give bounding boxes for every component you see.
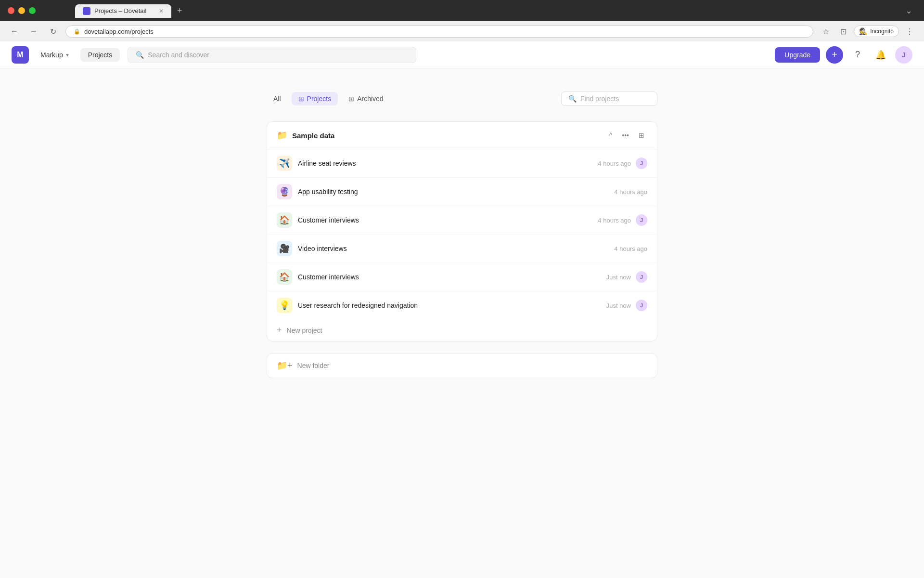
workspace-chevron-icon: ▾: [66, 52, 69, 58]
window-controls-icon: ⌄: [905, 5, 916, 16]
project-list: ✈️ Airline seat reviews 4 hours ago J 🔮 …: [267, 149, 657, 319]
maximize-traffic-light[interactable]: [29, 7, 36, 14]
workspace-avatar: M: [12, 46, 29, 64]
folder-collapse-button[interactable]: ^: [606, 130, 616, 141]
project-time: 4 hours ago: [598, 217, 631, 224]
project-row[interactable]: ✈️ Airline seat reviews 4 hours ago J: [267, 149, 657, 178]
tab-favicon-icon: [83, 7, 90, 15]
new-project-row[interactable]: + New project: [267, 319, 657, 341]
folder-actions: ^ ••• ⊞: [606, 130, 647, 141]
notifications-button[interactable]: 🔔: [872, 46, 889, 64]
incognito-badge: 🕵 Incognito: [854, 26, 899, 37]
upgrade-button[interactable]: Upgrade: [775, 47, 820, 63]
forward-button[interactable]: →: [27, 25, 40, 38]
new-project-label: New project: [287, 327, 322, 334]
project-time: Just now: [606, 274, 631, 281]
project-name: Video interviews: [298, 245, 347, 252]
project-meta: Just now J: [606, 300, 647, 311]
tab-close-icon[interactable]: ✕: [159, 8, 164, 14]
close-traffic-light[interactable]: [8, 7, 14, 14]
project-avatar: J: [636, 158, 647, 169]
main-content: All ⊞ Projects ⊞ Archived 🔍 Find project…: [0, 68, 924, 578]
active-tab[interactable]: Projects – Dovetail ✕: [75, 4, 171, 18]
project-avatar: J: [636, 214, 647, 226]
folder-more-button[interactable]: •••: [619, 130, 632, 141]
add-new-button[interactable]: +: [826, 46, 843, 64]
back-button[interactable]: ←: [8, 25, 21, 38]
find-placeholder: Find projects: [580, 95, 619, 103]
project-icon: 🎥: [277, 241, 292, 256]
archived-tab-icon: ⊞: [348, 95, 354, 103]
project-row[interactable]: 🏠 Customer interviews 4 hours ago J: [267, 206, 657, 235]
project-time: Just now: [606, 302, 631, 309]
incognito-icon: 🕵: [859, 27, 867, 35]
new-folder-button[interactable]: 📁+ New folder: [267, 353, 657, 378]
find-search-icon: 🔍: [568, 95, 577, 103]
project-icon: 🏠: [277, 269, 292, 285]
folder-card: 📁 Sample data ^ ••• ⊞ ✈️ Airline seat re…: [267, 121, 657, 342]
folder-header: 📁 Sample data ^ ••• ⊞: [267, 122, 657, 149]
tab-projects-label: Projects: [307, 95, 332, 103]
project-name: User research for redesigned navigation: [298, 302, 418, 309]
new-tab-button[interactable]: +: [173, 4, 186, 18]
app-header: M Markup ▾ Projects 🔍 Search and discove…: [0, 41, 924, 68]
project-avatar: J: [636, 300, 647, 311]
workspace-selector[interactable]: Markup ▾: [37, 49, 73, 61]
projects-tab-icon: ⊞: [298, 95, 304, 103]
project-icon: 💡: [277, 298, 292, 313]
project-name: Airline seat reviews: [298, 159, 356, 167]
project-meta: 4 hours ago J: [598, 158, 647, 169]
project-name: App usability testing: [298, 188, 358, 196]
menu-icon[interactable]: ⋮: [903, 25, 916, 38]
projects-nav-button[interactable]: Projects: [80, 48, 120, 62]
project-row[interactable]: 🏠 Customer interviews Just now J: [267, 263, 657, 291]
folder-grid-button[interactable]: ⊞: [636, 130, 647, 141]
refresh-button[interactable]: ↻: [46, 25, 60, 38]
search-placeholder: Search and discover: [148, 51, 209, 59]
help-button[interactable]: ?: [849, 46, 866, 64]
browser-toolbar-right: ☆ ⊡ 🕵 Incognito ⋮: [819, 25, 916, 38]
project-avatar: J: [636, 271, 647, 283]
filter-tabs: All ⊞ Projects ⊞ Archived 🔍 Find project…: [267, 92, 657, 106]
incognito-label: Incognito: [870, 28, 894, 35]
project-row[interactable]: 🎥 Video interviews 4 hours ago: [267, 235, 657, 263]
tab-projects[interactable]: ⊞ Projects: [292, 92, 338, 105]
find-projects-search[interactable]: 🔍 Find projects: [561, 92, 657, 106]
browser-title-bar: Projects – Dovetail ✕ + ⌄: [0, 0, 924, 21]
folder-icon: 📁: [277, 130, 287, 141]
content-wrapper: All ⊞ Projects ⊞ Archived 🔍 Find project…: [255, 92, 669, 378]
project-name: Customer interviews: [298, 273, 359, 281]
new-project-plus-icon: +: [277, 325, 282, 335]
tab-title: Projects – Dovetail: [94, 7, 146, 14]
browser-toolbar: ← → ↻ 🔒 dovetailapp.com/projects ☆ ⊡ 🕵 I…: [0, 21, 924, 41]
lock-icon: 🔒: [74, 28, 80, 35]
main-search-bar[interactable]: 🔍 Search and discover: [128, 47, 416, 63]
tab-all[interactable]: All: [267, 92, 288, 105]
project-meta: 4 hours ago: [614, 188, 647, 196]
project-time: 4 hours ago: [614, 188, 647, 196]
tab-archived-label: Archived: [357, 95, 383, 103]
project-row[interactable]: 💡 User research for redesigned navigatio…: [267, 291, 657, 319]
folder-name: Sample data: [292, 131, 334, 140]
project-time: 4 hours ago: [614, 245, 647, 252]
project-meta: 4 hours ago J: [598, 214, 647, 226]
user-avatar[interactable]: J: [895, 46, 912, 64]
search-icon: 🔍: [136, 51, 144, 59]
browser-chrome: Projects – Dovetail ✕ + ⌄ ← → ↻ 🔒 doveta…: [0, 0, 924, 41]
bookmark-icon[interactable]: ☆: [819, 25, 833, 38]
url-text: dovetailapp.com/projects: [84, 28, 154, 35]
project-icon: 🔮: [277, 184, 292, 199]
project-row[interactable]: 🔮 App usability testing 4 hours ago: [267, 178, 657, 206]
project-time: 4 hours ago: [598, 160, 631, 167]
minimize-traffic-light[interactable]: [18, 7, 25, 14]
tab-bar: Projects – Dovetail ✕ +: [41, 4, 186, 18]
tab-archived[interactable]: ⊞ Archived: [342, 92, 390, 105]
project-name: Customer interviews: [298, 216, 359, 224]
project-meta: Just now J: [606, 271, 647, 283]
new-folder-label: New folder: [297, 362, 330, 369]
header-right: Upgrade + ? 🔔 J: [775, 46, 912, 64]
project-icon: ✈️: [277, 156, 292, 171]
workspace-name: Markup: [40, 51, 63, 59]
side-panel-icon[interactable]: ⊡: [836, 25, 850, 38]
address-bar[interactable]: 🔒 dovetailapp.com/projects: [65, 26, 813, 38]
